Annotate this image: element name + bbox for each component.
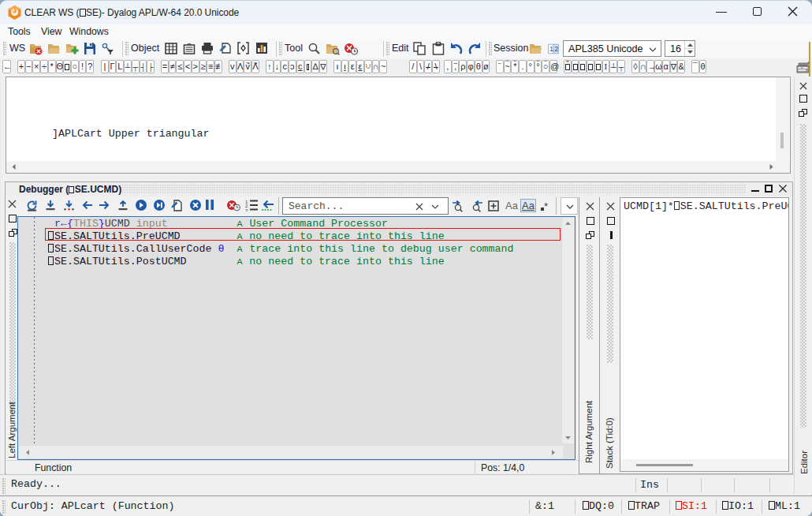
svg-text:1: 1 (549, 45, 553, 53)
svg-text:3: 3 (245, 208, 248, 212)
svg-text:*: * (544, 200, 548, 211)
svg-text:2: 2 (554, 45, 558, 53)
